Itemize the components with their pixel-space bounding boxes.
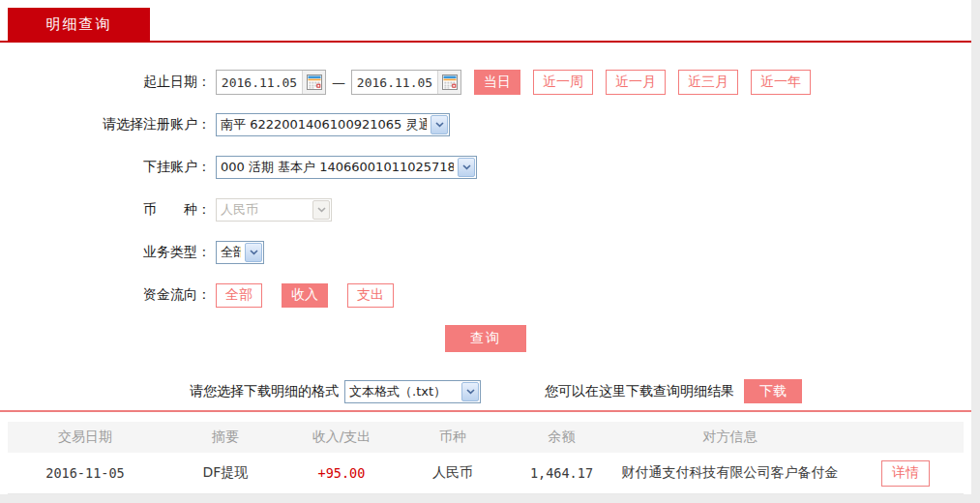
download-format-select[interactable]: 文本格式（.txt） (344, 380, 481, 403)
quick-range-week-button[interactable]: 近一周 (533, 70, 593, 95)
page-content: 明细查询 起止日期： (0, 0, 971, 494)
chevron-down-icon (312, 200, 330, 220)
date-range-row: 起止日期： — (0, 70, 971, 95)
quick-range-year-button[interactable]: 近一年 (751, 70, 811, 95)
fund-flow-expense-button[interactable]: 支出 (347, 283, 394, 308)
currency-value: 人民币 (221, 201, 258, 219)
fund-flow-row: 资金流向： 全部 收入 支出 (0, 282, 971, 308)
fund-flow-all-button[interactable]: 全部 (216, 283, 262, 308)
tab-detail-query[interactable]: 明细查询 (8, 8, 150, 41)
fund-flow-income-button[interactable]: 收入 (282, 283, 328, 308)
chevron-down-icon (458, 158, 475, 177)
col-header-balance: 余额 (511, 429, 612, 446)
end-date-field[interactable] (351, 70, 461, 95)
table-top-divider (0, 410, 971, 412)
col-header-currency: 币种 (395, 429, 511, 446)
register-account-value: 南平 6222001406100921065 灵通卡 (221, 116, 427, 133)
chevron-down-icon (461, 382, 479, 401)
register-account-label: 请选择注册账户： (0, 116, 211, 133)
query-form: 起止日期： — (0, 43, 971, 403)
results-table: 交易日期 摘要 收入/支出 币种 余额 对方信息 2016-11-05 DF提现… (0, 410, 971, 494)
download-format-value: 文本格式（.txt） (349, 383, 446, 400)
chevron-down-icon (245, 243, 262, 262)
download-format-label: 请您选择下载明细的格式 (190, 383, 339, 400)
date-range-label: 起止日期： (0, 74, 211, 91)
cell-action: 详情 (847, 460, 964, 487)
currency-select: 人民币 (216, 198, 332, 222)
cell-currency: 人民币 (395, 464, 511, 482)
fund-flow-label: 资金流向： (0, 286, 211, 304)
cell-counterparty: 财付通支付科技有限公司客户备付金 (612, 464, 847, 482)
calendar-icon[interactable] (437, 71, 460, 94)
col-header-date: 交易日期 (8, 429, 163, 446)
download-button[interactable]: 下载 (744, 379, 802, 403)
business-type-value: 全部 (221, 244, 241, 261)
download-row: 请您选择下载明细的格式 文本格式（.txt） 您可以在这里下载查询明细结果 下载 (190, 379, 971, 403)
col-header-amount: 收入/支出 (288, 429, 395, 446)
query-button[interactable]: 查询 (445, 325, 526, 352)
detail-button[interactable]: 详情 (881, 460, 930, 487)
business-type-select[interactable]: 全部 (216, 241, 264, 264)
calendar-icon[interactable] (302, 71, 325, 94)
tab-bar: 明细查询 (0, 0, 971, 41)
start-date-input[interactable] (217, 72, 302, 93)
sub-account-value: 000 活期 基本户 1406600101102571848 (221, 159, 454, 176)
sub-account-row: 下挂账户： 000 活期 基本户 1406600101102571848 (0, 155, 971, 180)
sub-account-label: 下挂账户： (0, 159, 211, 176)
quick-range-month-button[interactable]: 近一月 (606, 70, 666, 95)
quick-range-today-button[interactable]: 当日 (474, 70, 520, 95)
currency-label: 币 种： (0, 201, 211, 219)
register-account-row: 请选择注册账户： 南平 6222001406100921065 灵通卡 (0, 112, 971, 137)
cell-balance: 1,464.17 (511, 465, 612, 481)
register-account-select[interactable]: 南平 6222001406100921065 灵通卡 (216, 113, 450, 136)
start-date-field[interactable] (216, 70, 326, 95)
business-type-label: 业务类型： (0, 244, 211, 261)
cell-date: 2016-11-05 (8, 465, 163, 481)
cell-amount: +95.00 (288, 465, 395, 481)
query-button-row: 查询 (0, 325, 971, 352)
chevron-down-icon (431, 115, 448, 134)
table-header-row: 交易日期 摘要 收入/支出 币种 余额 对方信息 (8, 422, 964, 453)
download-hint-text: 您可以在这里下载查询明细结果 (545, 383, 734, 400)
sub-account-select[interactable]: 000 活期 基本户 1406600101102571848 (216, 156, 477, 179)
cell-summary: DF提现 (163, 464, 288, 482)
table-row: 2016-11-05 DF提现 +95.00 人民币 1,464.17 财付通支… (8, 453, 964, 494)
currency-row: 币 种： 人民币 (0, 197, 971, 222)
col-header-counterparty: 对方信息 (612, 429, 847, 446)
col-header-summary: 摘要 (163, 429, 288, 446)
end-date-input[interactable] (352, 72, 437, 93)
quick-range-3month-button[interactable]: 近三月 (678, 70, 738, 95)
date-separator: — (332, 74, 345, 90)
business-type-row: 业务类型： 全部 (0, 240, 971, 265)
